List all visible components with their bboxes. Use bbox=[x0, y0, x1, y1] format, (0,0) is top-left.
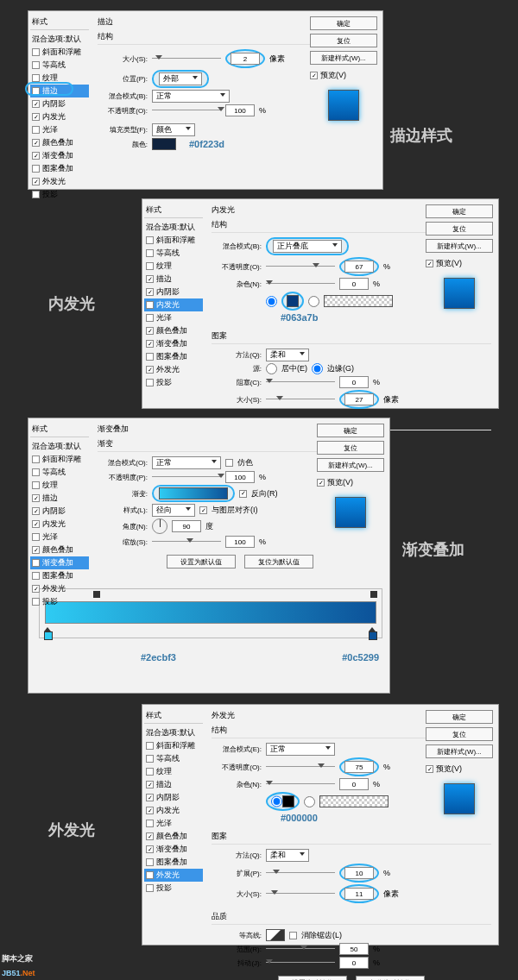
angle-dial[interactable] bbox=[152, 518, 167, 534]
spread-input[interactable] bbox=[344, 867, 374, 879]
angle-input[interactable] bbox=[172, 520, 201, 532]
opacity-stop-right[interactable] bbox=[370, 591, 377, 598]
jitter-input[interactable] bbox=[339, 957, 369, 969]
mode-select[interactable]: 正常 bbox=[152, 90, 230, 103]
gradient-radio[interactable] bbox=[304, 796, 315, 807]
opacity-stop-left[interactable] bbox=[93, 591, 100, 598]
confirm-button[interactable]: 确定 bbox=[426, 204, 493, 218]
color-stop-right[interactable] bbox=[369, 627, 377, 636]
opacity-input[interactable] bbox=[225, 104, 255, 116]
setdefault-button[interactable]: 设置为默认值 bbox=[278, 976, 347, 980]
filltype-select[interactable]: 颜色 bbox=[152, 123, 195, 136]
size-input[interactable] bbox=[344, 888, 374, 900]
glow-gradient[interactable] bbox=[324, 295, 393, 307]
newstyle-button[interactable]: 新建样式(W)... bbox=[317, 458, 384, 472]
gradient-bar[interactable] bbox=[45, 601, 376, 624]
src-center-radio[interactable] bbox=[266, 363, 277, 374]
contour-thumb[interactable] bbox=[266, 929, 285, 941]
opt-contour[interactable]: 等高线 bbox=[30, 59, 89, 72]
opt-gradoverlay[interactable]: ✓渐变叠加 bbox=[30, 149, 89, 162]
confirm-button[interactable]: 确定 bbox=[426, 710, 493, 724]
color-radio[interactable] bbox=[271, 795, 282, 807]
opt-innerglow[interactable]: ✓内发光 bbox=[30, 110, 89, 123]
chevron-down-icon bbox=[186, 127, 191, 133]
newstyle-button[interactable]: 新建样式(W)... bbox=[426, 239, 493, 253]
highlight-oval bbox=[25, 82, 73, 96]
opt-innershadow[interactable]: ✓内阴影 bbox=[30, 97, 89, 110]
jitter-slider[interactable] bbox=[266, 958, 335, 967]
newstyle-button[interactable]: 新建样式(W)... bbox=[426, 744, 493, 758]
gradient-radio[interactable] bbox=[308, 296, 319, 307]
confirm-button[interactable]: 确定 bbox=[310, 16, 377, 30]
cancel-button[interactable]: 复位 bbox=[317, 441, 384, 455]
size-slider[interactable] bbox=[266, 889, 335, 898]
spread-slider[interactable] bbox=[266, 869, 335, 877]
confirm-button[interactable]: 确定 bbox=[317, 424, 384, 437]
outerglow-color-swatch[interactable] bbox=[282, 795, 294, 807]
opt-innerglow-active[interactable]: ✓内发光 bbox=[144, 298, 203, 311]
size-input[interactable] bbox=[344, 393, 374, 405]
size-slider[interactable] bbox=[266, 395, 335, 404]
opacity-input[interactable] bbox=[344, 761, 374, 773]
preview-checkbox[interactable]: ✓ bbox=[426, 765, 433, 773]
cancel-button[interactable]: 复位 bbox=[310, 34, 377, 47]
scale-slider[interactable] bbox=[152, 537, 221, 546]
color-swatch[interactable] bbox=[152, 138, 176, 150]
noise-slider[interactable] bbox=[266, 280, 335, 288]
opt-gradoverlay-active[interactable]: ✓渐变叠加 bbox=[30, 556, 89, 569]
newstyle-button[interactable]: 新建样式(W)... bbox=[310, 51, 377, 65]
reset-button[interactable]: 复位为默认值 bbox=[356, 976, 425, 980]
opt-outerglow[interactable]: ✓外发光 bbox=[30, 175, 89, 188]
noise-slider[interactable] bbox=[266, 780, 335, 788]
dialog-innerglow: 样式 混合选项:默认 斜面和浮雕 等高线 纹理 ✓描边 ✓内阴影 ✓内发光 光泽… bbox=[142, 198, 499, 409]
mode-select[interactable]: 正常 bbox=[266, 743, 335, 756]
blend-default[interactable]: 混合选项:默认 bbox=[30, 33, 89, 46]
dialog-outerglow: 样式 混合选项:默认 斜面和浮雕 等高线 纹理 ✓描边 ✓内阴影 ✓内发光 光泽… bbox=[142, 704, 499, 945]
color-stop-left[interactable] bbox=[44, 627, 53, 636]
opt-coloroverlay[interactable]: ✓颜色叠加 bbox=[30, 136, 89, 149]
method-select[interactable]: 柔和 bbox=[266, 349, 309, 361]
outerglow-gradient[interactable] bbox=[319, 795, 388, 807]
opt-stroke[interactable]: ✓描边 bbox=[30, 85, 89, 97]
pos-select[interactable]: 外部 bbox=[159, 72, 202, 85]
preview-checkbox[interactable]: ✓ bbox=[317, 479, 325, 487]
setdefault-button[interactable]: 设置为默认值 bbox=[167, 555, 236, 569]
src-edge-radio[interactable] bbox=[312, 363, 323, 374]
range-slider[interactable] bbox=[266, 945, 335, 953]
scale-input[interactable] bbox=[225, 536, 255, 548]
gradient-picker[interactable] bbox=[159, 487, 228, 499]
dither-checkbox[interactable] bbox=[225, 459, 233, 467]
noise-input[interactable] bbox=[339, 278, 369, 290]
mode-select[interactable]: 正片叠底 bbox=[273, 240, 342, 253]
preview-checkbox[interactable]: ✓ bbox=[426, 260, 433, 267]
cancel-button[interactable]: 复位 bbox=[426, 727, 493, 741]
opacity-input[interactable] bbox=[344, 261, 374, 273]
opacity-slider[interactable] bbox=[152, 106, 221, 115]
opt-outerglow-active[interactable]: ✓外发光 bbox=[144, 869, 203, 882]
glow-color-swatch[interactable] bbox=[287, 295, 299, 307]
reset-button[interactable]: 复位为默认值 bbox=[244, 555, 313, 569]
reverse-checkbox[interactable]: ✓ bbox=[239, 490, 247, 498]
opacity-slider[interactable] bbox=[266, 763, 335, 771]
gradstyle-select[interactable]: 径向 bbox=[152, 504, 195, 517]
range-input[interactable] bbox=[339, 943, 369, 955]
anti-checkbox[interactable] bbox=[289, 932, 297, 939]
mode-select[interactable]: 正常 bbox=[152, 456, 221, 469]
noise-input[interactable] bbox=[339, 778, 369, 790]
cancel-button[interactable]: 复位 bbox=[426, 222, 493, 236]
opacity-slider[interactable] bbox=[266, 262, 335, 271]
preview-checkbox[interactable]: ✓ bbox=[310, 72, 318, 79]
align-checkbox[interactable]: ✓ bbox=[199, 506, 207, 514]
choke-input[interactable] bbox=[339, 376, 369, 388]
opt-gloss[interactable]: 光泽 bbox=[30, 123, 89, 136]
size-input[interactable] bbox=[231, 53, 260, 65]
color-radio[interactable] bbox=[266, 296, 277, 307]
choke-slider[interactable] bbox=[266, 378, 335, 386]
opt-patoverlay[interactable]: 图案叠加 bbox=[30, 162, 89, 175]
opt-bevel[interactable]: 斜面和浮雕 bbox=[30, 46, 89, 59]
opt-dropshadow[interactable]: 投影 bbox=[30, 188, 89, 201]
size-slider[interactable] bbox=[152, 54, 221, 63]
opacity-slider[interactable] bbox=[152, 473, 221, 481]
opacity-input[interactable] bbox=[225, 471, 255, 483]
method-select[interactable]: 柔和 bbox=[266, 849, 309, 862]
